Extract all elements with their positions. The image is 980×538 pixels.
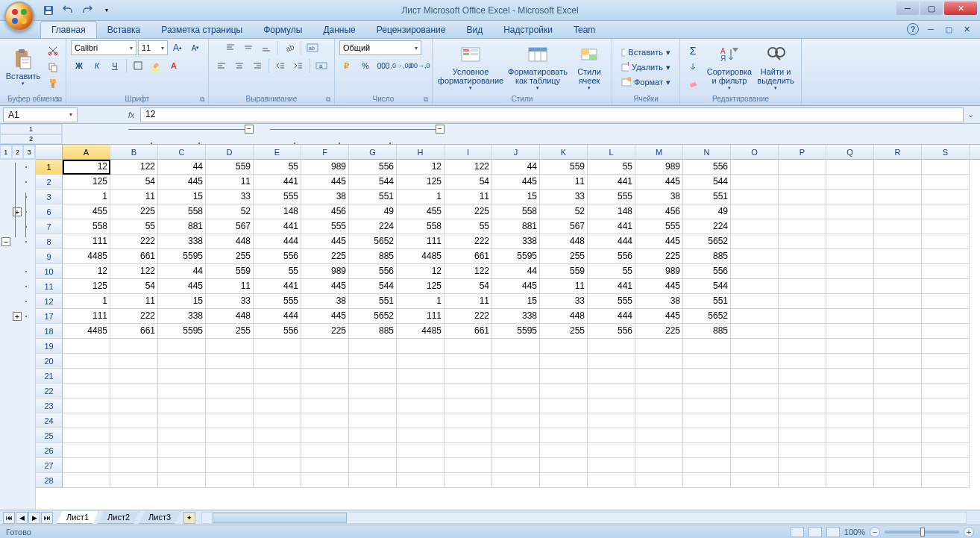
format-painter-icon[interactable] bbox=[45, 76, 61, 91]
column-header[interactable]: J bbox=[492, 145, 540, 159]
cell[interactable]: 544 bbox=[349, 175, 397, 190]
cell[interactable] bbox=[110, 428, 158, 443]
cell[interactable] bbox=[683, 458, 731, 473]
col-outline-level-2[interactable]: 2 bbox=[0, 134, 62, 145]
cell[interactable] bbox=[731, 219, 779, 234]
wrap-text-icon[interactable]: ab bbox=[304, 40, 321, 55]
minimize-button[interactable]: ─ bbox=[896, 1, 919, 15]
cell[interactable]: 122 bbox=[110, 160, 158, 175]
cell[interactable] bbox=[206, 398, 254, 413]
cell[interactable] bbox=[922, 443, 970, 458]
cell[interactable] bbox=[874, 369, 922, 384]
cell[interactable] bbox=[445, 428, 492, 443]
format-cells-button[interactable]: Формат ▾ bbox=[617, 75, 675, 89]
cell[interactable] bbox=[492, 413, 540, 428]
align-bottom-icon[interactable] bbox=[258, 40, 274, 55]
cell[interactable]: 255 bbox=[540, 249, 588, 264]
cell[interactable]: 555 bbox=[254, 190, 301, 204]
increase-indent-icon[interactable] bbox=[290, 58, 307, 73]
cell[interactable]: 225 bbox=[110, 204, 158, 219]
cell[interactable]: 225 bbox=[445, 204, 492, 219]
cell[interactable]: 222 bbox=[445, 234, 492, 249]
cell[interactable] bbox=[588, 398, 635, 413]
cell[interactable] bbox=[779, 309, 826, 324]
redo-icon[interactable] bbox=[79, 2, 95, 19]
cell[interactable] bbox=[731, 190, 779, 204]
cell[interactable]: 556 bbox=[254, 324, 301, 339]
cell[interactable]: 556 bbox=[588, 249, 635, 264]
insert-cells-button[interactable]: Вставить ▾ bbox=[617, 46, 675, 59]
font-launcher-icon[interactable]: ⧉ bbox=[198, 95, 207, 104]
cell[interactable]: 33 bbox=[206, 294, 254, 309]
cell[interactable]: 445 bbox=[635, 175, 683, 190]
cell[interactable]: 49 bbox=[683, 204, 731, 219]
row-header[interactable]: 26 bbox=[36, 443, 63, 458]
zoom-out-button[interactable]: − bbox=[870, 527, 880, 537]
cell[interactable] bbox=[874, 204, 922, 219]
cell[interactable] bbox=[826, 324, 874, 339]
find-select-button[interactable]: Найти и выделить▾ bbox=[755, 43, 797, 92]
cell[interactable]: 558 bbox=[158, 204, 206, 219]
align-top-icon[interactable] bbox=[222, 40, 239, 55]
cell[interactable]: 11 bbox=[110, 190, 158, 204]
format-as-table-button[interactable]: Форматировать как таблицу▾ bbox=[507, 43, 568, 92]
cell[interactable]: 33 bbox=[206, 190, 254, 204]
cell[interactable]: 122 bbox=[110, 264, 158, 279]
cell[interactable]: 551 bbox=[683, 190, 731, 204]
cell[interactable] bbox=[206, 339, 254, 354]
cell[interactable]: 5652 bbox=[683, 309, 731, 324]
cell[interactable] bbox=[922, 309, 970, 324]
cell[interactable]: 556 bbox=[683, 160, 731, 175]
cell[interactable]: 445 bbox=[301, 234, 349, 249]
cell[interactable]: 444 bbox=[588, 234, 635, 249]
cell[interactable]: 5595 bbox=[158, 249, 206, 264]
cell[interactable] bbox=[588, 339, 635, 354]
ribbon-tab-6[interactable]: Вид bbox=[456, 22, 493, 38]
cell[interactable] bbox=[301, 384, 349, 398]
cell[interactable] bbox=[874, 249, 922, 264]
cell[interactable] bbox=[826, 294, 874, 309]
cell[interactable]: 15 bbox=[158, 190, 206, 204]
qat-customize-icon[interactable]: ▾ bbox=[98, 2, 115, 19]
cell[interactable] bbox=[922, 219, 970, 234]
cell[interactable] bbox=[683, 369, 731, 384]
cell[interactable]: 445 bbox=[158, 175, 206, 190]
cell[interactable] bbox=[922, 190, 970, 204]
cell[interactable] bbox=[540, 413, 588, 428]
cell[interactable] bbox=[826, 398, 874, 413]
cell[interactable] bbox=[301, 428, 349, 443]
cell[interactable] bbox=[492, 369, 540, 384]
cell[interactable] bbox=[397, 384, 445, 398]
cell[interactable]: 456 bbox=[301, 204, 349, 219]
cell[interactable]: 885 bbox=[349, 249, 397, 264]
cell[interactable] bbox=[731, 369, 779, 384]
cell[interactable] bbox=[63, 413, 110, 428]
cell[interactable] bbox=[922, 279, 970, 294]
row-header[interactable]: 12 bbox=[36, 294, 63, 309]
cell[interactable] bbox=[874, 309, 922, 324]
cell[interactable] bbox=[826, 309, 874, 324]
cell[interactable]: 4485 bbox=[63, 249, 110, 264]
cell[interactable] bbox=[731, 473, 779, 488]
cell[interactable] bbox=[445, 443, 492, 458]
cell[interactable]: 49 bbox=[349, 204, 397, 219]
cell[interactable] bbox=[397, 398, 445, 413]
row-header[interactable]: 21 bbox=[36, 369, 63, 384]
column-header[interactable]: L bbox=[588, 145, 635, 159]
cell[interactable] bbox=[445, 369, 492, 384]
cell[interactable] bbox=[874, 354, 922, 369]
cell[interactable] bbox=[922, 339, 970, 354]
cell[interactable]: 5652 bbox=[349, 234, 397, 249]
cell[interactable] bbox=[922, 354, 970, 369]
cell[interactable] bbox=[158, 428, 206, 443]
column-group-collapse[interactable]: − bbox=[436, 125, 445, 134]
cell[interactable] bbox=[683, 384, 731, 398]
column-header[interactable]: G bbox=[349, 145, 397, 159]
cell[interactable] bbox=[731, 324, 779, 339]
cell-styles-button[interactable]: Стили ячеек▾ bbox=[571, 43, 607, 92]
undo-icon[interactable] bbox=[60, 2, 76, 19]
cell[interactable] bbox=[349, 473, 397, 488]
col-outline-level-1[interactable]: 1 bbox=[0, 124, 62, 134]
cell[interactable] bbox=[874, 219, 922, 234]
cell[interactable]: 33 bbox=[540, 190, 588, 204]
